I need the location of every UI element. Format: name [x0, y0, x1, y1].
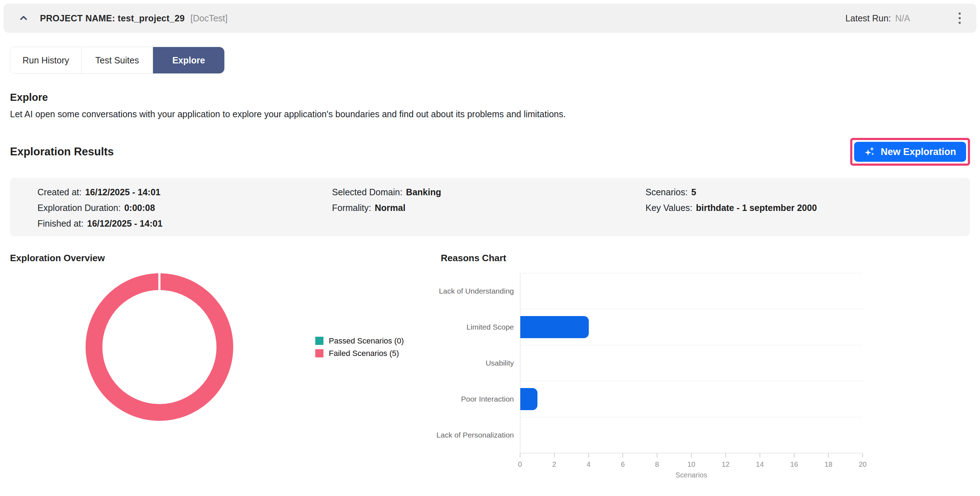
x-axis-tick: 16: [790, 453, 798, 469]
legend-item: Passed Scenarios (0): [315, 336, 404, 345]
bar-limited-scope: [520, 316, 589, 338]
detail-value: 5: [691, 187, 696, 197]
collapse-project-button[interactable]: [17, 12, 30, 25]
new-exploration-button[interactable]: New Exploration: [854, 142, 966, 162]
tick-label: 6: [621, 460, 625, 469]
exploration-overview-block: Exploration Overview Passed Scenarios (0…: [10, 253, 431, 479]
tab-run-history[interactable]: Run History: [10, 47, 82, 73]
bar-row: [520, 381, 863, 417]
tab-bar: Run HistoryTest SuitesExplore: [10, 47, 225, 74]
x-axis-tick: 12: [721, 453, 729, 469]
x-axis-tick: 8: [655, 453, 659, 469]
tick-mark: [862, 453, 863, 458]
tick-mark: [794, 453, 795, 458]
x-axis-tick: 6: [621, 453, 625, 469]
tick-label: 4: [587, 460, 590, 469]
doughnut-segment-gap: [158, 273, 161, 290]
new-exploration-highlight-box: New Exploration: [850, 138, 970, 166]
detail-row: Selected Domain:Banking: [332, 184, 618, 200]
detail-row: Formality:Normal: [332, 200, 618, 216]
tick-label: 20: [859, 460, 867, 469]
project-header-bar: PROJECT NAME: test_project_29 [DocTest] …: [3, 3, 977, 33]
detail-value: 0:00:08: [124, 203, 155, 213]
kebab-menu-icon: [959, 13, 961, 24]
explore-section: Explore Let AI open some conversations w…: [10, 92, 970, 119]
details-column: Created at:16/12/2025 - 14:01Exploration…: [10, 184, 305, 231]
tick-mark: [622, 453, 623, 458]
latest-run: Latest Run: N/A: [845, 13, 910, 24]
project-menu-button[interactable]: [956, 10, 963, 26]
detail-label: Created at:: [37, 187, 82, 197]
detail-label: Finished at:: [37, 219, 83, 228]
legend-label: Passed Scenarios (0): [329, 336, 404, 345]
bar-row: [520, 417, 863, 453]
detail-label: Exploration Duration:: [37, 203, 121, 213]
tick-label: 8: [655, 460, 659, 469]
detail-row: Exploration Duration:0:00:08: [37, 200, 305, 216]
x-axis-tick: 4: [587, 453, 590, 469]
details-column: Selected Domain:BankingFormality:Normal: [305, 184, 618, 231]
tick-mark: [588, 453, 589, 458]
detail-label: Key Values:: [646, 203, 692, 213]
bar-row: [520, 273, 863, 309]
reasons-chart-title: Reasons Chart: [441, 253, 980, 264]
reasons-chart-block: Reasons Chart Lack of UnderstandingLimit…: [431, 253, 980, 479]
x-axis-tick: 10: [687, 453, 695, 469]
doughnut-area: Passed Scenarios (0)Failed Scenarios (5): [10, 273, 431, 421]
chevron-up-icon: [18, 13, 29, 24]
category-label: Usability: [431, 345, 520, 381]
tick-mark: [657, 453, 657, 458]
exploration-results-header: Exploration Results New Exploration: [10, 138, 970, 166]
explore-description: Let AI open some conversations with your…: [10, 109, 970, 119]
x-axis-tick: 20: [859, 453, 867, 469]
category-label: Poor Interaction: [431, 381, 520, 417]
doughnut-wrap: [86, 273, 233, 421]
latest-run-label: Latest Run:: [845, 13, 891, 24]
tick-label: 12: [721, 460, 729, 469]
exploration-overview-title: Exploration Overview: [10, 253, 431, 264]
detail-value: 16/12/2025 - 14:01: [85, 187, 161, 197]
new-exploration-label: New Exploration: [880, 146, 956, 157]
detail-row: Key Values:birthdate - 1 september 2000: [646, 200, 970, 216]
tick-label: 18: [824, 460, 832, 469]
x-axis-tick: 0: [518, 453, 522, 469]
tick-label: 16: [790, 460, 798, 469]
x-axis-label: Scenarios: [520, 471, 863, 479]
x-axis-tick: 14: [756, 453, 764, 469]
tick-label: 14: [756, 460, 764, 469]
detail-label: Scenarios:: [646, 187, 687, 197]
detail-label: Formality:: [332, 203, 371, 213]
detail-row: Created at:16/12/2025 - 14:01: [37, 184, 305, 200]
project-name-title: PROJECT NAME: test_project_29: [40, 13, 185, 24]
legend-item: Failed Scenarios (5): [315, 349, 404, 358]
bar-poor-interaction: [520, 388, 538, 410]
legend-swatch: [315, 349, 323, 357]
x-axis-ticks: 02468101214161820: [520, 453, 863, 469]
detail-label: Selected Domain:: [332, 187, 402, 197]
category-label: Lack of Understanding: [431, 273, 520, 309]
chart-legend: Passed Scenarios (0)Failed Scenarios (5): [315, 333, 404, 361]
detail-value: Normal: [375, 203, 406, 213]
doughnut-chart: [86, 273, 233, 421]
tab-explore[interactable]: Explore: [153, 47, 224, 73]
category-label: Limited Scope: [431, 309, 520, 345]
legend-swatch: [315, 337, 323, 345]
bar-plot: [520, 273, 863, 453]
legend-label: Failed Scenarios (5): [329, 349, 399, 358]
category-label: Lack of Personalization: [431, 417, 520, 453]
tick-label: 10: [687, 460, 695, 469]
tick-mark: [828, 453, 829, 458]
bar-row: [520, 309, 863, 345]
tick-mark: [520, 453, 520, 458]
tab-test-suites[interactable]: Test Suites: [82, 47, 153, 73]
detail-row: Finished at:16/12/2025 - 14:01: [37, 216, 305, 231]
charts-area: Exploration Overview Passed Scenarios (0…: [0, 253, 980, 479]
tick-label: 0: [518, 460, 522, 469]
detail-row: Scenarios:5: [646, 184, 970, 200]
sparkles-icon: [864, 146, 875, 157]
tick-label: 2: [552, 460, 556, 469]
detail-value: birthdate - 1 september 2000: [696, 203, 817, 213]
details-column: Scenarios:5Key Values:birthdate - 1 sept…: [618, 184, 970, 231]
category-labels: Lack of UnderstandingLimited ScopeUsabil…: [431, 273, 520, 453]
project-tag: [DocTest]: [191, 13, 228, 24]
